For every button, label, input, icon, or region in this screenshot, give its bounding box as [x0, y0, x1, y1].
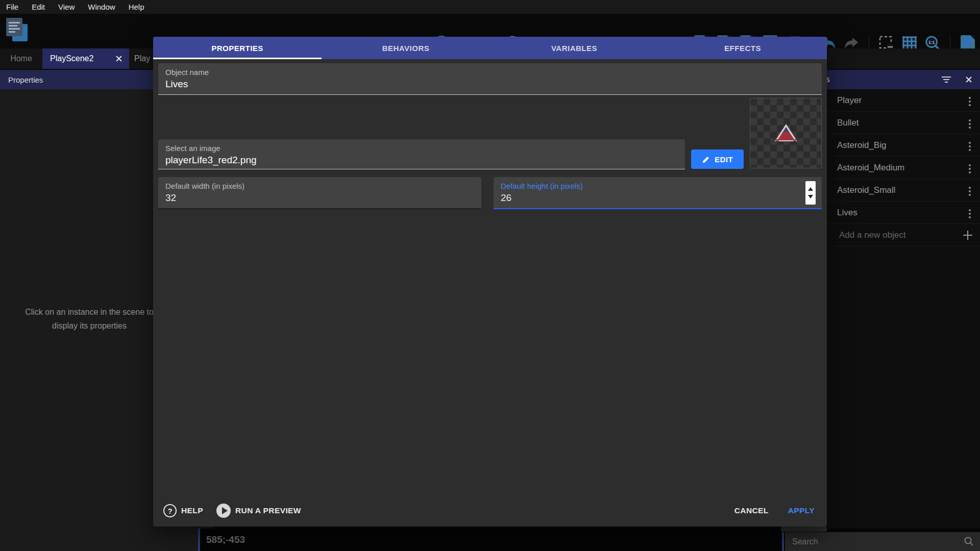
tab-behaviors[interactable]: BEHAVIORS: [322, 37, 490, 59]
sprite-thumbnail[interactable]: [750, 98, 822, 168]
search-edge-highlight: [782, 532, 784, 551]
bottom-strip: 585;-453: [0, 529, 980, 551]
object-item-asteroid-big[interactable]: Asteroid_Big: [827, 134, 980, 157]
kebab-menu-icon[interactable]: [969, 163, 971, 175]
kebab-menu-icon[interactable]: [969, 95, 971, 108]
object-editor-dialog: PROPERTIES BEHAVIORS VARIABLES EFFECTS O…: [153, 37, 827, 527]
close-panel-icon[interactable]: [965, 76, 973, 84]
object-item-asteroid-small[interactable]: Asteroid_Small: [827, 179, 980, 202]
cursor-coordinates: 585;-453: [206, 534, 245, 545]
edit-image-button[interactable]: EDIT: [691, 149, 744, 169]
kebab-menu-icon[interactable]: [969, 208, 971, 220]
menu-edit[interactable]: Edit: [32, 3, 45, 11]
object-item-player[interactable]: Player: [827, 89, 980, 112]
default-width-label: Default width (in pixels): [165, 182, 244, 190]
stepper-down-icon[interactable]: [808, 195, 813, 198]
menu-bar: File Edit View Window Help: [0, 0, 980, 14]
object-name-label: Object name: [165, 68, 209, 77]
tab-properties[interactable]: PROPERTIES: [153, 37, 322, 59]
tab-effects[interactable]: EFFECTS: [658, 37, 827, 59]
tab-home[interactable]: Home: [0, 48, 42, 69]
gdevelop-window: File Edit View Window Help: [0, 0, 980, 551]
play-icon: [216, 504, 231, 518]
stepper-up-icon[interactable]: [808, 187, 813, 191]
default-height-label: Default height (in pixels): [501, 182, 583, 190]
ship-sprite: [773, 122, 799, 144]
kebab-menu-icon[interactable]: [969, 185, 971, 197]
menu-file[interactable]: File: [6, 3, 18, 11]
plus-icon[interactable]: [963, 231, 972, 240]
project-manager-icon[interactable]: [6, 18, 29, 42]
tab-variables[interactable]: VARIABLES: [490, 37, 658, 59]
cancel-button[interactable]: CANCEL: [734, 506, 769, 515]
help-icon: ?: [163, 504, 177, 517]
object-item-asteroid-medium[interactable]: Asteroid_Medium: [827, 157, 980, 179]
objects-panel: Objects Player Bullet Asteroid_Big Aster…: [827, 70, 980, 529]
tab-playscene2[interactable]: PlayScene2: [42, 48, 129, 69]
tab-close-icon[interactable]: [115, 55, 122, 62]
properties-empty-message: Click on an instance in the scene to dis…: [0, 305, 179, 333]
dialog-actions: CANCEL APPLY: [734, 506, 815, 515]
object-item-lives[interactable]: Lives: [827, 202, 980, 224]
project-manager-front-sheet: [6, 18, 22, 36]
object-name-value[interactable]: Lives: [165, 79, 188, 90]
default-width-value[interactable]: 32: [165, 192, 176, 204]
menu-view[interactable]: View: [58, 3, 75, 11]
run-preview-button[interactable]: RUN A PREVIEW: [216, 504, 301, 518]
menu-help[interactable]: Help: [129, 3, 144, 11]
pencil-icon: [702, 155, 710, 164]
image-select-field[interactable]: Select an image playerLife3_red2.png: [158, 139, 685, 169]
menu-window[interactable]: Window: [88, 3, 115, 11]
object-name-field[interactable]: Object name Lives: [158, 63, 822, 95]
add-new-object-row[interactable]: Add a new object: [827, 224, 980, 246]
left-panel-bottom: [0, 529, 198, 551]
default-width-field[interactable]: Default width (in pixels) 32: [158, 177, 481, 209]
objects-panel-header: Objects: [827, 70, 980, 89]
default-height-value[interactable]: 26: [501, 192, 511, 204]
help-button[interactable]: ? HELP: [163, 504, 203, 517]
zoom-ratio-label: 1:1: [928, 40, 935, 45]
default-height-field[interactable]: Default height (in pixels) 26: [494, 177, 822, 209]
search-input[interactable]: [792, 532, 955, 551]
object-item-bullet[interactable]: Bullet: [827, 112, 980, 134]
canvas-edge-highlight: [198, 529, 200, 551]
filter-icon[interactable]: [941, 76, 951, 83]
dialog-footer: ? HELP RUN A PREVIEW CANCEL APPLY: [163, 503, 815, 518]
kebab-menu-icon[interactable]: [969, 140, 971, 153]
object-search-bar: [785, 532, 980, 551]
kebab-menu-icon[interactable]: [969, 118, 971, 130]
properties-panel-title: Properties: [8, 76, 43, 84]
tab-playscene2-label: PlayScene2: [50, 54, 93, 63]
image-filename-value[interactable]: playerLife3_red2.png: [165, 155, 257, 166]
dialog-tab-bar: PROPERTIES BEHAVIORS VARIABLES EFFECTS: [153, 37, 827, 59]
search-icon[interactable]: [964, 536, 974, 548]
apply-button[interactable]: APPLY: [788, 506, 815, 515]
edit-button-label: EDIT: [715, 155, 733, 164]
number-stepper[interactable]: [805, 181, 816, 205]
image-select-label: Select an image: [165, 144, 220, 153]
